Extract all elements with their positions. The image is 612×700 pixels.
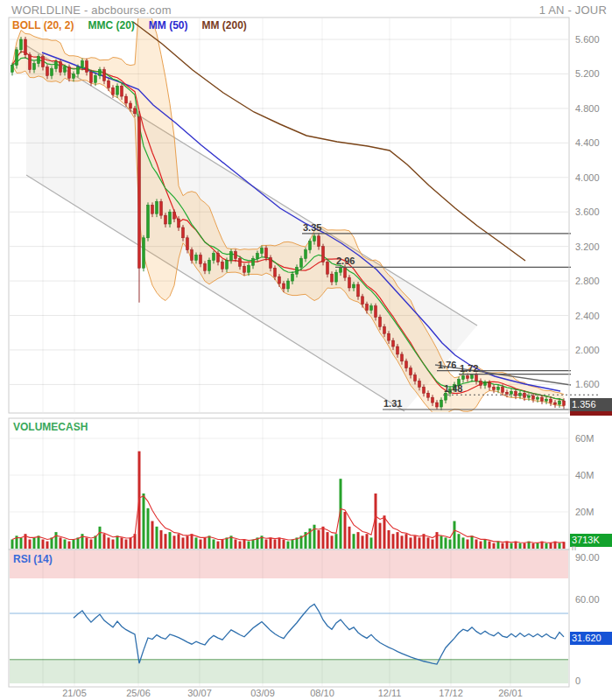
- svg-text:2.000: 2.000: [575, 345, 600, 355]
- svg-text:20M: 20M: [575, 507, 594, 517]
- svg-text:3.35: 3.35: [303, 222, 321, 233]
- rsi-overbought-band: [10, 550, 568, 578]
- svg-text:08/10: 08/10: [310, 688, 334, 698]
- rsi-oversold-band: [10, 660, 568, 683]
- svg-text:30/07: 30/07: [187, 688, 212, 698]
- svg-text:40M: 40M: [575, 470, 594, 480]
- price-change-strip: [570, 411, 612, 416]
- svg-text:5.600: 5.600: [575, 34, 600, 45]
- svg-text:2.96: 2.96: [336, 256, 355, 266]
- svg-text:1.76: 1.76: [438, 360, 456, 370]
- last-price-badge: 1.356: [570, 398, 612, 411]
- svg-text:21/05: 21/05: [62, 688, 87, 698]
- volume-badge: 3713K: [570, 534, 612, 547]
- rsi-badge: 31.620: [570, 632, 612, 645]
- legend-item-boll[interactable]: BOLL (20, 2): [12, 19, 74, 32]
- svg-text:60M: 60M: [575, 433, 594, 444]
- svg-text:17/12: 17/12: [439, 688, 463, 698]
- volume-sub-text: n: [572, 544, 576, 552]
- volume-layer: [11, 452, 566, 549]
- svg-text:1.31: 1.31: [383, 398, 402, 409]
- svg-text:4.800: 4.800: [575, 103, 600, 114]
- svg-text:60.00: 60.00: [575, 594, 600, 605]
- svg-text:5.200: 5.200: [575, 68, 600, 79]
- legend-item-mm[interactable]: MM (200): [201, 19, 246, 32]
- legend-item-mm[interactable]: MM (50): [149, 19, 188, 32]
- svg-text:4.400: 4.400: [575, 137, 600, 148]
- main-chart-layer: [11, 0, 566, 416]
- chart-title: WORLDLINE - abcbourse.com: [11, 4, 172, 17]
- volume-panel-label: VOLUMECASH: [13, 421, 88, 433]
- svg-text:25/06: 25/06: [126, 688, 151, 698]
- svg-text:3.600: 3.600: [575, 206, 600, 217]
- svg-text:4.000: 4.000: [575, 172, 600, 183]
- price-volume-rsi-chart[interactable]: 5.6005.2004.8004.4004.0003.6003.2002.800…: [0, 0, 612, 700]
- svg-text:26/01: 26/01: [498, 688, 523, 698]
- svg-text:3.200: 3.200: [575, 242, 600, 252]
- svg-text:1.48: 1.48: [444, 383, 462, 394]
- rsi-panel-label: RSI (14): [13, 553, 53, 565]
- svg-text:2.800: 2.800: [575, 276, 600, 286]
- svg-text:90.00: 90.00: [575, 552, 600, 563]
- legend-item-mmc[interactable]: MMC (20): [88, 19, 134, 32]
- svg-text:12/11: 12/11: [378, 688, 402, 698]
- stock-chart-page: 5.6005.2004.8004.4004.0003.6003.2002.800…: [0, 0, 612, 700]
- svg-text:03/09: 03/09: [250, 688, 275, 698]
- svg-text:1.72: 1.72: [460, 363, 478, 374]
- svg-text:0: 0: [575, 676, 580, 686]
- svg-text:2.400: 2.400: [575, 311, 600, 321]
- indicator-legend: BOLL (20, 2)MMC (20)MM (50)MM (200): [12, 19, 261, 32]
- timeframe-label: 1 AN - JOUR: [539, 4, 607, 17]
- svg-text:1.600: 1.600: [575, 379, 600, 389]
